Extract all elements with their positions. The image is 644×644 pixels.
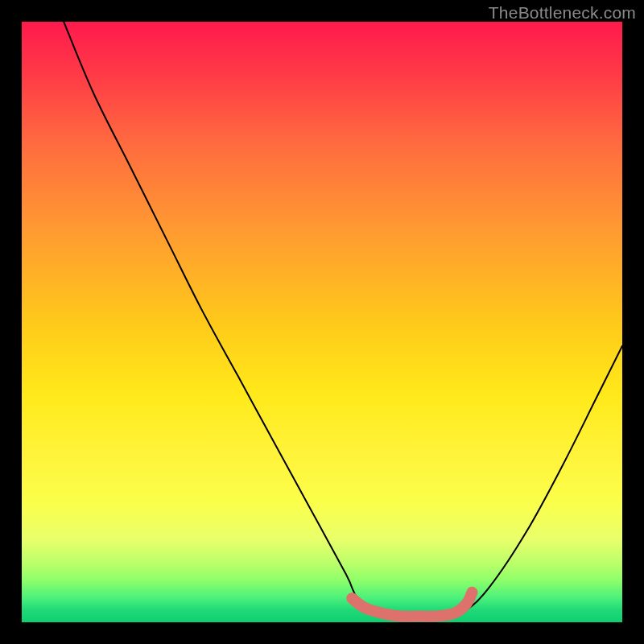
optimal-band [352,592,472,617]
plot-area [22,22,622,622]
bottleneck-curve [64,22,622,617]
chart-svg [22,22,622,622]
watermark-text: TheBottleneck.com [489,3,636,23]
chart-frame: TheBottleneck.com [0,0,644,644]
